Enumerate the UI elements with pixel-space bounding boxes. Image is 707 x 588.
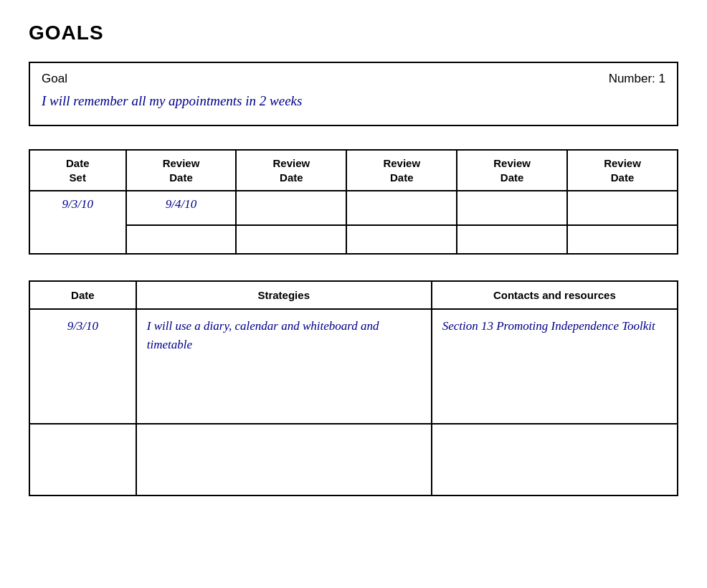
- extra-contacts-cell: [432, 424, 678, 495]
- col-review-1: ReviewDate: [126, 150, 237, 191]
- strategies-table: Date Strategies Contacts and resources 9…: [29, 280, 678, 496]
- col-review-5: ReviewDate: [567, 150, 678, 191]
- extra-date-cell: [29, 424, 136, 495]
- extra-strategy-cell: [136, 424, 432, 495]
- col-contacts: Contacts and resources: [432, 281, 678, 309]
- review-date-4-cell: [457, 191, 567, 225]
- review-date-2-cell: [236, 191, 346, 225]
- contacts-cell: Section 13 Promoting Independence Toolki…: [432, 309, 678, 424]
- goal-box: Goal Number: 1 I will remember all my ap…: [29, 62, 678, 126]
- review-extra-4: [457, 225, 567, 254]
- review-extra-1: [126, 225, 237, 254]
- col-date: Date: [29, 281, 136, 309]
- date-set-cell: 9/3/10: [29, 191, 126, 254]
- goal-header: Goal Number: 1: [42, 72, 665, 86]
- strategy-text-cell: I will use a diary, calendar and whitebo…: [136, 309, 432, 424]
- col-review-4: ReviewDate: [457, 150, 567, 191]
- goal-number: Number: 1: [609, 72, 665, 86]
- col-date-set: DateSet: [29, 150, 126, 191]
- goal-text: I will remember all my appointments in 2…: [42, 93, 665, 109]
- review-extra-5: [567, 225, 678, 254]
- table-row: 9/3/10 9/4/10: [29, 191, 678, 225]
- goal-label: Goal: [42, 72, 67, 86]
- col-review-3: ReviewDate: [346, 150, 457, 191]
- review-table-header-row: DateSet ReviewDate ReviewDate ReviewDate…: [29, 150, 678, 191]
- col-strategies: Strategies: [136, 281, 432, 309]
- review-extra-2: [236, 225, 346, 254]
- review-date-1-cell: 9/4/10: [126, 191, 237, 225]
- table-row: [29, 424, 678, 495]
- review-date-5-cell: [567, 191, 678, 225]
- page-title: GOALS: [29, 22, 678, 44]
- table-row: [29, 225, 678, 254]
- review-dates-table: DateSet ReviewDate ReviewDate ReviewDate…: [29, 149, 678, 255]
- strategies-header-row: Date Strategies Contacts and resources: [29, 281, 678, 309]
- col-review-2: ReviewDate: [236, 150, 346, 191]
- review-extra-3: [346, 225, 457, 254]
- table-row: 9/3/10 I will use a diary, calendar and …: [29, 309, 678, 424]
- review-date-3-cell: [346, 191, 457, 225]
- strategy-date-cell: 9/3/10: [29, 309, 136, 424]
